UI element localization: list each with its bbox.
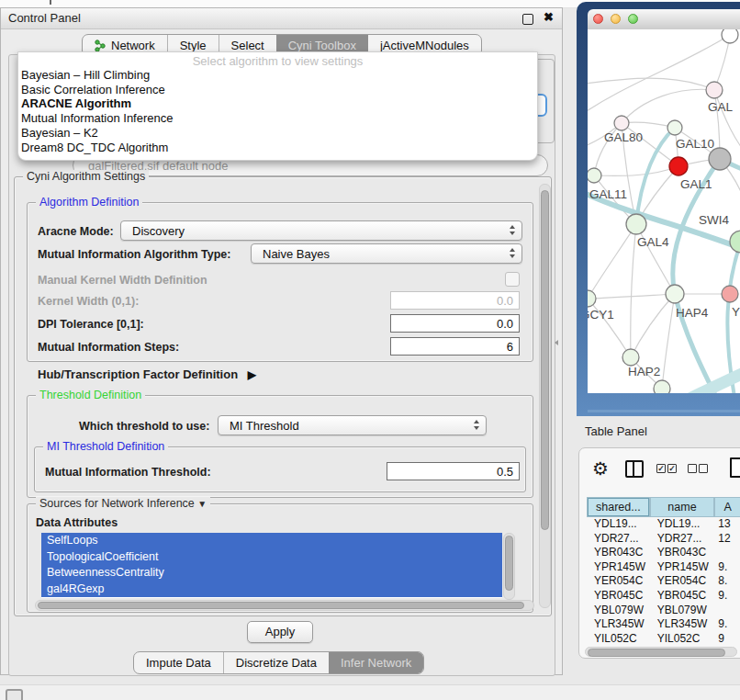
bottom-tab-discretize-data[interactable]: Discretize Data <box>223 652 329 673</box>
kernel-width-field[interactable]: 0.0 <box>390 291 520 310</box>
table-row[interactable]: YBL079WYBL079W <box>587 604 740 618</box>
mi-steps-label: Mutual Information Steps: <box>38 341 179 354</box>
dpi-tolerance-field[interactable]: 0.0 <box>390 314 520 333</box>
dock-icon-button[interactable] <box>6 689 23 700</box>
spinner-arrows-icon <box>510 248 515 258</box>
algorithm-option[interactable]: Mutual Information Inference <box>18 111 537 126</box>
column-header[interactable]: A <box>714 497 740 517</box>
table-hscrollbar[interactable] <box>585 647 737 657</box>
attribute-item[interactable]: SelfLoops <box>41 533 502 549</box>
mi-type-select[interactable]: Naive Bayes <box>251 243 522 264</box>
settings-scrollbar-thumb[interactable] <box>541 190 549 530</box>
network-node[interactable] <box>588 290 596 307</box>
bottom-tab-label: Discretize Data <box>236 653 317 673</box>
table-row[interactable]: YPR145WYPR145W9. <box>587 560 740 575</box>
node-label: GCY1 <box>588 308 614 322</box>
network-node[interactable] <box>588 168 601 183</box>
network-node[interactable] <box>614 116 629 130</box>
settings-hscrollbar-thumb[interactable] <box>38 602 524 609</box>
gear-icon[interactable]: ⚙ <box>592 457 609 480</box>
aracne-mode-select[interactable]: Discovery <box>120 220 522 241</box>
network-edge <box>594 166 678 175</box>
settings-scrollbar[interactable] <box>539 184 551 608</box>
float-panel-icon[interactable] <box>522 14 533 25</box>
deselect-all-checkbox-icon <box>699 464 708 473</box>
network-node[interactable] <box>666 285 684 303</box>
table-row[interactable]: YDL19...YDL19...13 <box>587 517 740 532</box>
table-cell: YDR27... <box>587 532 650 547</box>
columns-icon[interactable] <box>625 460 644 478</box>
table-row[interactable]: YDR27...YDR27...12 <box>587 532 740 547</box>
network-node[interactable] <box>722 29 738 43</box>
network-node[interactable] <box>706 82 723 98</box>
network-node[interactable] <box>667 120 682 135</box>
close-traffic-light-icon[interactable] <box>593 14 603 24</box>
network-node[interactable] <box>709 148 731 170</box>
table-row[interactable]: YLR345WYLR345W9. <box>587 617 740 632</box>
network-graph: GALGAL80GAL10GAL1GAL11GAL4SWI4HAP4YGCY1H… <box>588 29 740 393</box>
table-cell: YDL19... <box>587 517 650 532</box>
network-edge <box>662 294 675 389</box>
sources-title-text: Sources for Network Inference <box>39 497 195 510</box>
network-node[interactable] <box>654 380 670 393</box>
node-label: Y <box>732 305 740 319</box>
network-node[interactable] <box>722 286 738 302</box>
settings-hscrollbar[interactable] <box>35 600 534 611</box>
network-edge <box>588 78 714 90</box>
manual-kernel-checkbox[interactable] <box>505 272 520 287</box>
bottom-tab-infer-network[interactable]: Infer Network <box>329 652 423 673</box>
table-row[interactable]: YIL052CYIL052C9 <box>587 632 740 647</box>
mi-type-value: Naive Bayes <box>263 247 330 261</box>
attribute-item[interactable]: TopologicalCoefficient <box>41 549 502 566</box>
bottom-tab-impute-data[interactable]: Impute Data <box>134 652 223 673</box>
hub-section-toggle[interactable]: Hub/Transcription Factor Definition ▶ <box>38 367 256 381</box>
apply-button[interactable]: Apply <box>247 621 313 643</box>
node-label: GAL <box>708 100 734 114</box>
network-node[interactable] <box>730 231 740 253</box>
column-header[interactable]: shared... <box>587 497 650 517</box>
table-row[interactable]: YER054CYER054C8. <box>587 574 740 589</box>
mi-threshold-field[interactable]: 0.5 <box>387 462 520 480</box>
node-label: GAL10 <box>676 137 714 151</box>
manual-kernel-label: Manual Kernel Width Definition <box>38 274 207 287</box>
network-canvas[interactable]: GALGAL80GAL10GAL1GAL11GAL4SWI4HAP4YGCY1H… <box>588 29 740 393</box>
close-icon[interactable]: ✖ <box>544 10 554 24</box>
algorithm-option[interactable]: Bayesian – K2 <box>18 126 537 141</box>
kernel-width-label: Kernel Width (0,1): <box>38 295 139 308</box>
data-attributes-list[interactable]: SelfLoopsTopologicalCoefficientBetweenne… <box>41 533 502 598</box>
table-cell: YBR045C <box>650 589 715 604</box>
table-panel-title: Table Panel <box>585 424 647 438</box>
which-threshold-select[interactable]: MI Threshold <box>218 415 487 435</box>
algorithm-option[interactable]: Basic Correlation Inference <box>18 83 537 97</box>
table-row[interactable]: YBR043CYBR043C <box>587 546 740 560</box>
algorithm-option[interactable]: ARACNE Algorithm <box>18 96 537 111</box>
algorithm-option[interactable]: Dream8 DC_TDC Algorithm <box>18 141 537 155</box>
select-all-checkbox-icon[interactable]: ✓ <box>656 464 666 473</box>
column-header[interactable]: name <box>650 497 715 517</box>
attribute-item[interactable]: gal4RGexp <box>41 581 502 598</box>
network-node[interactable] <box>622 349 639 366</box>
table-cell: YBL079W <box>650 604 715 618</box>
deselect-all-checkbox-icon[interactable] <box>688 464 697 473</box>
attributes-scrollbar-thumb[interactable] <box>505 536 513 591</box>
network-edge <box>622 89 714 123</box>
table-hscrollbar-thumb[interactable] <box>588 649 725 657</box>
bottom-tab-strip: Impute DataDiscretize DataInfer Network <box>133 651 424 674</box>
node-table: shared...nameA YDL19...YDL19...13YDR27..… <box>587 497 740 647</box>
table-row[interactable]: YBR045CYBR045C9. <box>587 589 740 604</box>
sources-group-title[interactable]: Sources for Network Inference ▼ <box>36 497 210 510</box>
minimize-traffic-light-icon[interactable] <box>611 14 621 24</box>
attribute-item[interactable]: BetweennessCentrality <box>41 565 502 581</box>
mi-steps-field[interactable]: 6 <box>390 337 520 356</box>
attributes-scrollbar[interactable] <box>503 533 515 600</box>
table-cell: 9. <box>714 589 740 604</box>
algorithm-definition-title: Algorithm Definition <box>36 196 142 209</box>
node-label: GAL1 <box>680 177 712 191</box>
network-node[interactable] <box>626 214 646 234</box>
dpi-tolerance-label: DPI Tolerance [0,1]: <box>38 318 144 331</box>
zoom-traffic-light-icon[interactable] <box>628 14 638 24</box>
document-icon[interactable] <box>730 457 740 478</box>
algorithm-option[interactable]: Bayesian – Hill Climbing <box>18 68 537 83</box>
network-node[interactable] <box>669 157 688 175</box>
splitter-collapse-arrow[interactable] <box>555 340 558 345</box>
